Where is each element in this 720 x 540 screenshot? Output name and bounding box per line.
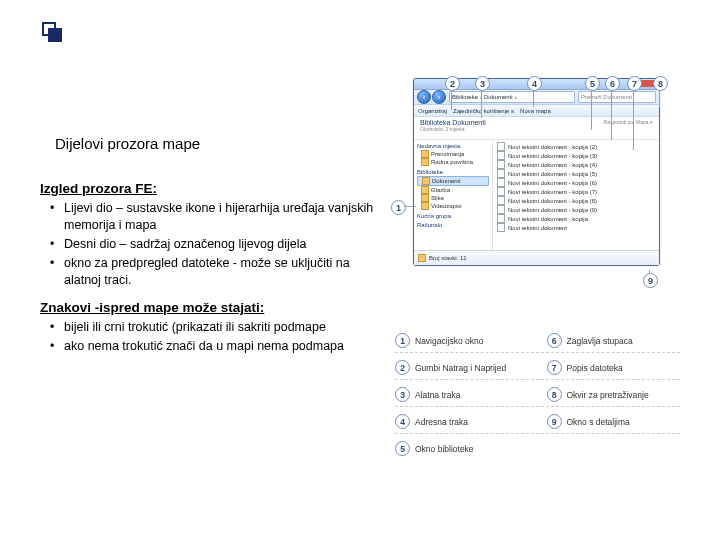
- window-titlebar: [414, 79, 659, 90]
- section-heading: Znakovi -ispred mape može stajati:: [40, 299, 385, 317]
- callout-legend: 1Navigacijsko okno6Zaglavlja stupaca2Gum…: [395, 333, 680, 456]
- file-row[interactable]: Novi tekstni dokument - kopija: [497, 214, 655, 223]
- legend-item: 3Alatna traka: [395, 387, 529, 402]
- breadcrumb[interactable]: Biblioteke›Dokumenti›: [449, 91, 575, 103]
- callout-1: 1: [391, 200, 406, 215]
- file-row[interactable]: Novi tekstni dokument - kopija (6): [497, 178, 655, 187]
- sidebar-item[interactable]: Glazba: [417, 186, 489, 194]
- document-icon: [497, 142, 505, 151]
- address-bar-row: ‹ › Biblioteke›Dokumenti› Pretraži Dokum…: [414, 90, 659, 105]
- bullet-list: bijeli ili crni trokutić (prikazati ili …: [40, 319, 385, 355]
- file-row[interactable]: Novi tekstni dokument - kopija (8): [497, 196, 655, 205]
- forward-button[interactable]: ›: [432, 90, 446, 104]
- legend-item: 4Adresna traka: [395, 414, 529, 429]
- page-title: Dijelovi prozora mape: [55, 135, 200, 152]
- legend-item: 9Okno s detaljima: [547, 414, 681, 429]
- file-row[interactable]: Novi tekstni dokument: [497, 223, 655, 232]
- file-row[interactable]: Novi tekstni dokument - kopija (2): [497, 142, 655, 151]
- file-list[interactable]: Novi tekstni dokument - kopija (2)Novi t…: [493, 140, 659, 250]
- slide-bullet-icon: [42, 22, 60, 40]
- file-row[interactable]: Novi tekstni dokument - kopija (3): [497, 151, 655, 160]
- legend-item: 7Popis datoteka: [547, 360, 681, 375]
- folder-icon: [418, 254, 426, 262]
- nav-buttons: ‹ ›: [417, 90, 446, 104]
- legend-item: 6Zaglavlja stupaca: [547, 333, 681, 348]
- back-button[interactable]: ‹: [417, 90, 431, 104]
- explorer-window: ‹ › Biblioteke›Dokumenti› Pretraži Dokum…: [413, 78, 660, 266]
- search-input[interactable]: Pretraži Dokumenti: [578, 91, 656, 103]
- document-icon: [497, 214, 505, 223]
- document-icon: [497, 160, 505, 169]
- section-heading: Izgled prozora FE:: [40, 180, 385, 198]
- library-header: Biblioteka Dokumenti Obuhvaća: 2 mjesta …: [414, 117, 659, 140]
- sidebar-item[interactable]: Slike: [417, 194, 489, 202]
- sidebar-item[interactable]: Videozapisi: [417, 202, 489, 210]
- list-item: okno za predpregled datoteke - može se u…: [54, 255, 385, 289]
- document-icon: [497, 169, 505, 178]
- document-icon: [497, 151, 505, 160]
- list-item: bijeli ili crni trokutić (prikazati ili …: [54, 319, 385, 336]
- document-icon: [497, 178, 505, 187]
- toolbar[interactable]: Organiziraj Zajedničko korištenje s Nova…: [414, 105, 659, 117]
- sidebar-item[interactable]: Dokumenti: [417, 176, 489, 186]
- navigation-pane[interactable]: Nedavna mjestaPreuzimanjaRadna površinaB…: [414, 140, 493, 250]
- list-item: Desni dio – sadržaj označenog lijevog di…: [54, 236, 385, 253]
- list-item: Lijevi dio – sustavske ikone i hijerarhi…: [54, 200, 385, 234]
- file-row[interactable]: Novi tekstni dokument - kopija (7): [497, 187, 655, 196]
- document-icon: [497, 196, 505, 205]
- close-icon[interactable]: [641, 80, 657, 87]
- list-item: ako nema trokutić znači da u mapi nema p…: [54, 338, 385, 355]
- legend-item: 5Okno biblioteke: [395, 441, 529, 456]
- text-column: Izgled prozora FE: Lijevi dio – sustavsk…: [40, 180, 385, 365]
- file-row[interactable]: Novi tekstni dokument - kopija (9): [497, 205, 655, 214]
- explorer-figure: ‹ › Biblioteke›Dokumenti› Pretraži Dokum…: [395, 78, 675, 266]
- bullet-list: Lijevi dio – sustavske ikone i hijerarhi…: [40, 200, 385, 288]
- callout-9: 9: [643, 273, 658, 288]
- file-row[interactable]: Novi tekstni dokument - kopija (4): [497, 160, 655, 169]
- sidebar-item[interactable]: Preuzimanja: [417, 150, 489, 158]
- legend-item: 2Gumbi Natrag i Naprijed: [395, 360, 529, 375]
- sidebar-item[interactable]: Radna površina: [417, 158, 489, 166]
- document-icon: [497, 223, 505, 232]
- legend-item: 8Okvir za pretraživanje: [547, 387, 681, 402]
- details-pane: Broj stavki: 11: [414, 250, 659, 265]
- legend-item: 1Navigacijsko okno: [395, 333, 529, 348]
- document-icon: [497, 205, 505, 214]
- file-row[interactable]: Novi tekstni dokument - kopija (5): [497, 169, 655, 178]
- document-icon: [497, 187, 505, 196]
